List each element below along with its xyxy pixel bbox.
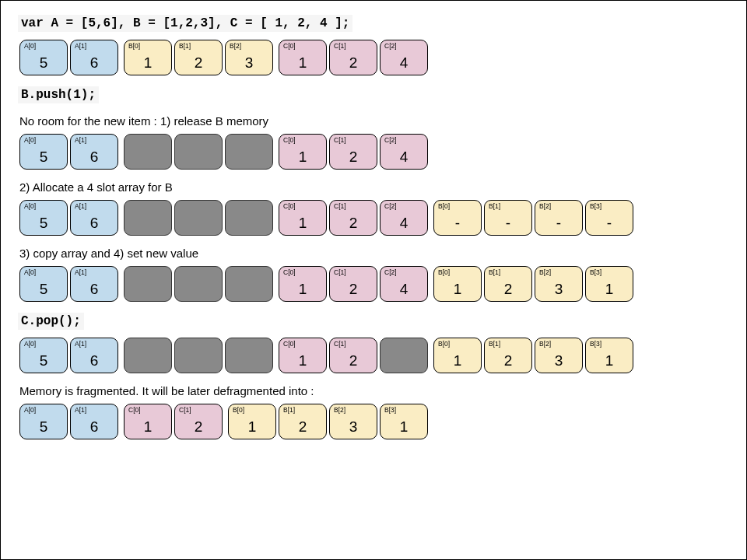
memory-cell-C0: C[0]1 bbox=[279, 134, 327, 170]
cell-value: 2 bbox=[349, 54, 358, 72]
cell-label: B[0] bbox=[128, 42, 140, 50]
cell-label: C[0] bbox=[283, 202, 296, 210]
memory-row-4: A[0]5A[1]6C[0]1C[1]2C[2]4B[0]1B[1]2B[2]3… bbox=[19, 266, 729, 302]
cell-value: 5 bbox=[40, 281, 48, 298]
cell-value: 3 bbox=[245, 54, 254, 72]
cell-label: B[2] bbox=[539, 268, 551, 276]
memory-cell-C1: C[1]2 bbox=[329, 40, 377, 75]
memory-cell-empty bbox=[124, 266, 172, 302]
cell-value: - bbox=[506, 215, 510, 232]
cell-value: 2 bbox=[349, 352, 358, 369]
memory-cell-empty bbox=[225, 266, 273, 302]
memory-cell-empty bbox=[225, 134, 273, 170]
memory-cell-B1: B[1]2 bbox=[174, 40, 223, 75]
cell-value: 2 bbox=[349, 149, 358, 166]
cell-value: - bbox=[556, 215, 561, 232]
cell-label: B[0] bbox=[438, 268, 450, 276]
cell-label: A[0] bbox=[24, 406, 36, 414]
cell-value: 4 bbox=[400, 149, 409, 166]
cell-label: B[2] bbox=[230, 42, 241, 50]
cell-value: 1 bbox=[299, 215, 307, 232]
memory-cell-B3: B[3]1 bbox=[585, 266, 633, 302]
cell-label: A[0] bbox=[24, 202, 36, 210]
cell-label: B[3] bbox=[590, 202, 601, 210]
cell-label: C[0] bbox=[283, 268, 296, 276]
cell-value: 5 bbox=[40, 352, 48, 369]
cell-value: 6 bbox=[90, 281, 99, 298]
memory-cell-B1: B[1]2 bbox=[484, 266, 532, 302]
cell-value: 1 bbox=[299, 149, 307, 166]
cell-value: 2 bbox=[195, 54, 203, 72]
memory-cell-B2: B[2]3 bbox=[329, 404, 377, 439]
cell-value: 3 bbox=[349, 418, 358, 436]
cell-label: B[2] bbox=[539, 202, 551, 210]
memory-cell-B3: B[3]- bbox=[585, 200, 633, 236]
memory-cell-C0: C[0]1 bbox=[279, 266, 327, 302]
memory-cell-B0: B[0]1 bbox=[228, 404, 276, 439]
memory-cell-A0: A[0]5 bbox=[19, 134, 68, 170]
cell-value: 5 bbox=[40, 149, 48, 166]
memory-cell-A1: A[1]6 bbox=[70, 200, 118, 236]
cell-label: C[0] bbox=[283, 340, 296, 348]
cell-value: 1 bbox=[299, 54, 307, 72]
caption-noroom: No room for the new item : 1) release B … bbox=[19, 114, 729, 128]
memory-cell-A0: A[0]5 bbox=[19, 404, 68, 439]
cell-label: A[0] bbox=[24, 268, 36, 276]
memory-row-5: A[0]5A[1]6C[0]1C[1]2B[0]1B[1]2B[2]3B[3]1 bbox=[19, 338, 729, 373]
memory-cell-C1: C[1]2 bbox=[329, 338, 377, 373]
memory-cell-C0: C[0]1 bbox=[124, 404, 172, 439]
memory-cell-empty bbox=[380, 338, 428, 373]
memory-cell-B0: B[0]1 bbox=[124, 40, 172, 75]
memory-cell-empty bbox=[225, 338, 273, 373]
memory-row-1: A[0]5A[1]6B[0]1B[1]2B[2]3C[0]1C[1]2C[2]4 bbox=[19, 40, 729, 75]
cell-value: 4 bbox=[400, 54, 409, 72]
memory-cell-A1: A[1]6 bbox=[70, 338, 118, 373]
memory-cell-B2: B[2]3 bbox=[535, 266, 583, 302]
cell-value: 1 bbox=[299, 281, 307, 298]
memory-cell-empty bbox=[174, 266, 223, 302]
cell-label: C[1] bbox=[334, 42, 346, 50]
memory-cell-empty bbox=[174, 134, 223, 170]
cell-value: 2 bbox=[504, 352, 513, 369]
memory-cell-C0: C[0]1 bbox=[279, 338, 327, 373]
memory-cell-empty bbox=[225, 200, 273, 236]
cell-value: - bbox=[607, 215, 612, 232]
memory-cell-A1: A[1]6 bbox=[70, 404, 118, 439]
cell-value: 5 bbox=[40, 215, 48, 232]
cell-value: 1 bbox=[605, 352, 614, 369]
diagram-page: var A = [5,6], B = [1,2,3], C = [ 1, 2, … bbox=[0, 0, 747, 560]
cell-label: B[2] bbox=[334, 406, 345, 414]
memory-cell-B2: B[2]3 bbox=[225, 40, 273, 75]
cell-label: B[0] bbox=[438, 340, 450, 348]
cell-value: 6 bbox=[90, 215, 99, 232]
cell-label: C[2] bbox=[384, 268, 397, 276]
memory-cell-empty bbox=[124, 338, 172, 373]
memory-cell-C1: C[1]2 bbox=[329, 266, 377, 302]
memory-cell-C0: C[0]1 bbox=[279, 200, 327, 236]
memory-cell-empty bbox=[174, 200, 223, 236]
cell-label: B[1] bbox=[489, 268, 500, 276]
cell-label: B[0] bbox=[233, 406, 244, 414]
cell-value: 1 bbox=[400, 418, 409, 436]
cell-label: B[3] bbox=[590, 340, 601, 348]
memory-cell-C2: C[2]4 bbox=[380, 200, 428, 236]
cell-value: 2 bbox=[349, 215, 358, 232]
memory-cell-A1: A[1]6 bbox=[70, 40, 118, 75]
cell-label: A[0] bbox=[24, 42, 36, 50]
cell-label: C[1] bbox=[179, 406, 191, 414]
memory-cell-B3: B[3]1 bbox=[585, 338, 633, 373]
memory-cell-C0: C[0]1 bbox=[279, 40, 327, 75]
memory-cell-B1: B[1]2 bbox=[484, 338, 532, 373]
cell-value: 1 bbox=[144, 54, 153, 72]
cell-label: C[2] bbox=[384, 202, 397, 210]
cell-label: C[2] bbox=[384, 136, 397, 144]
cell-value: 1 bbox=[605, 281, 614, 298]
cell-label: B[1] bbox=[283, 406, 295, 414]
cell-value: 6 bbox=[90, 149, 99, 166]
memory-cell-B0: B[0]- bbox=[433, 200, 482, 236]
cell-value: 2 bbox=[299, 418, 307, 436]
cell-value: 2 bbox=[349, 281, 358, 298]
cell-label: C[0] bbox=[283, 42, 296, 50]
cell-label: B[3] bbox=[590, 268, 601, 276]
cell-value: 1 bbox=[299, 352, 307, 369]
